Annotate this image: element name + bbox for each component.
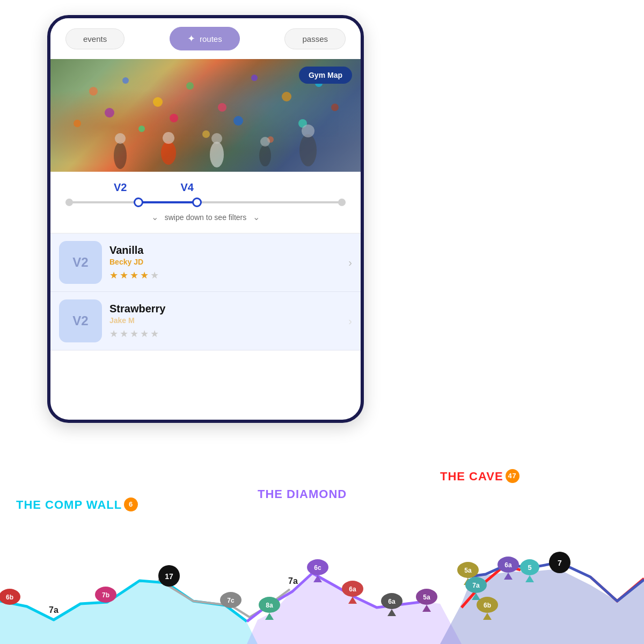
svg-point-4 [218,103,226,112]
phone-frame: events ✦ routes passes [47,15,364,423]
chevron-down-right-icon: ⌄ [253,212,260,222]
svg-text:6b: 6b [6,594,13,601]
map-section: THE COMP WALL6 THE DIAMOND THE CAVE47 6b… [0,462,644,644]
route-info-1: Vanilla Becky JD ★ ★ ★ ★ ★ [109,244,344,281]
star-1-1: ★ [109,269,118,281]
chevron-right-icon-2: › [348,315,352,327]
route-item-2[interactable]: V2 Strawberry Jake M ★ ★ ★ ★ ★ › [50,292,361,350]
svg-point-16 [331,104,339,111]
route-stars-2: ★ ★ ★ ★ ★ [109,328,344,340]
svg-point-19 [161,141,176,165]
chevron-down-left-icon: ⌄ [151,212,158,222]
tab-passes[interactable]: passes [284,28,346,49]
svg-point-8 [74,120,81,127]
svg-point-17 [114,142,127,169]
svg-point-0 [89,87,98,96]
slider-right-label: V4 [180,181,193,194]
route-name-1: Vanilla [109,244,344,257]
svg-text:6a: 6a [504,561,512,569]
svg-point-12 [202,130,210,138]
svg-text:7a: 7a [288,576,298,586]
svg-text:6a: 6a [349,586,356,593]
svg-text:6a: 6a [388,598,396,605]
star-2-5: ★ [150,328,159,340]
svg-point-2 [153,97,163,107]
gym-map-button[interactable]: Gym Map [299,67,352,84]
svg-point-10 [138,126,145,132]
svg-text:5a: 5a [464,567,472,574]
route-grade-badge-2: V2 [59,299,102,342]
slider-thumb-right[interactable] [192,197,202,207]
route-setter-2: Jake M [109,316,344,325]
svg-point-25 [299,134,317,166]
star-1-4: ★ [140,269,149,281]
svg-point-21 [210,142,224,167]
tab-routes[interactable]: ✦ routes [170,27,240,50]
star-2-3: ★ [130,328,138,340]
svg-point-18 [115,133,126,144]
svg-text:7a: 7a [472,582,480,589]
hero-image: Gym Map [50,59,361,172]
svg-text:6b: 6b [484,602,491,609]
svg-text:6c: 6c [314,564,321,572]
svg-point-13 [233,116,243,126]
slider-start-end [65,199,73,206]
svg-point-9 [105,108,114,118]
svg-point-26 [302,125,314,137]
svg-point-20 [163,132,174,144]
route-item[interactable]: V2 Vanilla Becky JD ★ ★ ★ ★ ★ › [50,233,361,292]
svg-text:5: 5 [528,564,531,572]
route-setter-1: Becky JD [109,258,344,266]
star-2-2: ★ [120,328,128,340]
slider-track [65,201,346,203]
svg-text:17: 17 [165,572,173,581]
tab-events[interactable]: events [65,28,125,49]
route-list: V2 Vanilla Becky JD ★ ★ ★ ★ ★ › V2 Straw… [50,233,361,350]
svg-text:7: 7 [558,559,562,567]
slider-track-wrap[interactable] [65,196,346,209]
star-1-5: ★ [150,269,159,281]
svg-text:7b: 7b [102,591,109,599]
slider-labels: V2 V4 [65,181,346,194]
svg-point-23 [259,145,271,166]
svg-text:7c: 7c [227,597,235,604]
svg-point-24 [260,137,270,147]
svg-text:5a: 5a [423,594,430,601]
route-info-2: Strawberry Jake M ★ ★ ★ ★ ★ [109,303,344,340]
slider-left-label: V2 [114,181,127,194]
svg-text:8a: 8a [266,602,273,609]
slider-thumb-left[interactable] [134,197,143,207]
chevron-right-icon-1: › [348,257,352,269]
route-grade-badge-1: V2 [59,241,102,284]
svg-point-6 [282,92,291,101]
slider-end-end [338,199,346,206]
swipe-hint-text: swipe down to see filters [165,213,247,222]
slider-section: V2 V4 ⌄ swipe down to see filters ⌄ [50,172,361,229]
tab-bar: events ✦ routes passes [50,18,361,59]
routes-icon: ✦ [187,33,195,45]
route-stars-1: ★ ★ ★ ★ ★ [109,269,344,281]
svg-point-1 [122,77,129,84]
svg-point-5 [251,75,258,81]
svg-text:7a: 7a [49,605,58,614]
svg-point-22 [211,133,222,144]
slider-fill [138,201,197,203]
map-svg: 6b 7a 7b 17 7c 8a 7a 6c 6a 6a 5a [0,462,644,644]
star-2-1: ★ [109,328,118,340]
star-1-2: ★ [120,269,128,281]
star-2-4: ★ [140,328,149,340]
swipe-hint: ⌄ swipe down to see filters ⌄ [65,209,346,222]
route-name-2: Strawberry [109,303,344,315]
svg-point-11 [170,114,178,122]
svg-point-3 [186,82,194,90]
star-1-3: ★ [130,269,138,281]
